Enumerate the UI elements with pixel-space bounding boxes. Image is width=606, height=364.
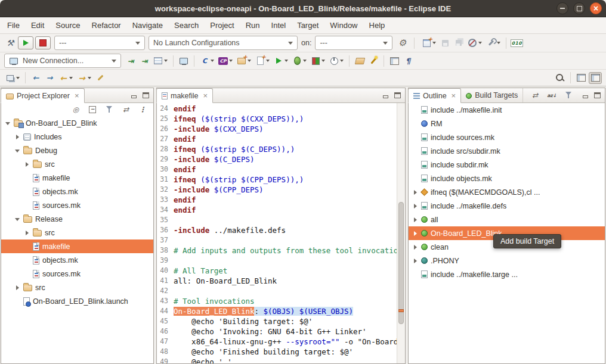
expand-arrow-icon[interactable]: [412, 244, 418, 250]
editor-line-26[interactable]: 26-include $(CXX_DEPS): [157, 124, 397, 134]
editor-line-25[interactable]: 25ifneq ($(strip $(CXX_DEPS)),): [157, 114, 397, 124]
maximize-panel-icon[interactable]: [394, 92, 401, 98]
editor-line-46[interactable]: 46 @echo 'Invoking: GNU 64-bit G++ Linke…: [157, 326, 397, 337]
outline-item-include-subdir-mk[interactable]: include subdir.mk: [409, 158, 605, 172]
cpp-perspective-button[interactable]: [589, 72, 602, 84]
import-folder-button[interactable]: [354, 55, 366, 66]
outline-item-include-makefile-defs[interactable]: include ../makefile.defs: [409, 199, 605, 213]
show-whitespace-button[interactable]: [402, 55, 414, 66]
expand-arrow-icon[interactable]: [14, 134, 20, 140]
editor-line-34[interactable]: 34endif: [157, 205, 397, 215]
editor-line-37[interactable]: 37: [157, 235, 397, 245]
menu-item-refactor[interactable]: Refactor: [92, 21, 121, 30]
menu-item-target[interactable]: Target: [297, 21, 319, 30]
tree-item-debug[interactable]: Debug: [1, 144, 153, 157]
filter-icon[interactable]: [103, 104, 115, 115]
editor-line-32[interactable]: 32-include $(CPP_DEPS): [157, 185, 397, 195]
expand-arrow-icon[interactable]: [14, 148, 20, 154]
close-icon[interactable]: ×: [75, 92, 79, 99]
outline-item-include-makefile-targe[interactable]: include ../makefile.targe ...: [409, 267, 605, 281]
expand-arrow-icon[interactable]: [24, 230, 30, 236]
minimize-panel-icon[interactable]: [582, 92, 589, 98]
outline-item-include-sources-mk[interactable]: include sources.mk: [409, 130, 605, 144]
editor-line-49[interactable]: 49 @echo ' ': [157, 357, 397, 363]
menu-item-run[interactable]: Run: [246, 21, 260, 30]
editor-line-44[interactable]: 44On-Board_LED_Blink: $(OBJS) $(USER_OBJ…: [157, 306, 397, 316]
editor-line-35[interactable]: 35: [157, 215, 397, 225]
expand-arrow-icon[interactable]: [24, 161, 30, 167]
tree-item-includes[interactable]: Includes: [1, 130, 153, 144]
window-views-button[interactable]: [4, 73, 21, 83]
menu-item-file[interactable]: File: [7, 21, 20, 30]
binary-view-button[interactable]: [511, 38, 522, 48]
tree-item-src[interactable]: src: [1, 281, 153, 294]
debug-button[interactable]: [291, 55, 308, 66]
tree-item-src[interactable]: src: [1, 157, 153, 171]
tab-project-explorer[interactable]: Project Explorer ×: [1, 88, 85, 103]
expand-arrow-icon[interactable]: [14, 285, 20, 291]
terminate-button[interactable]: [35, 36, 51, 49]
maximize-panel-icon[interactable]: [594, 92, 601, 98]
view-grid-button[interactable]: [152, 55, 169, 66]
tree-item-sources-mk[interactable]: sources.mk: [1, 267, 153, 281]
editor-line-24[interactable]: 24endif: [157, 104, 397, 114]
menu-item-window[interactable]: Window: [330, 21, 357, 30]
connection-combo[interactable]: New Connection...: [4, 54, 121, 68]
editor-line-31[interactable]: 31ifneq ($(strip $(CPP_DEPS)),): [157, 175, 397, 185]
editor-line-42[interactable]: 42: [157, 286, 397, 296]
tree-item-makefile[interactable]: makefile: [1, 171, 153, 185]
run-menu-button[interactable]: [273, 55, 289, 66]
skip-breakpoints-button[interactable]: [466, 38, 483, 48]
expand-arrow-icon[interactable]: [412, 203, 418, 209]
new-file-button[interactable]: [254, 55, 271, 66]
tree-item-sources-mk[interactable]: sources.mk: [1, 198, 153, 212]
step-over-button[interactable]: [138, 55, 150, 66]
open-perspective-button[interactable]: [575, 73, 587, 83]
maximize-button[interactable]: [573, 2, 585, 14]
outline-item-phony[interactable]: .PHONY: [409, 254, 605, 267]
editor-line-48[interactable]: 48 @echo 'Finished building target: $@': [157, 347, 397, 357]
editor-body[interactable]: 24endif25ifneq ($(strip $(CXX_DEPS)),)26…: [157, 103, 405, 363]
next-edit-button[interactable]: [44, 73, 55, 83]
menu-item-source[interactable]: Source: [55, 21, 80, 30]
tree-item-objects-mk[interactable]: objects.mk: [1, 253, 153, 267]
profile-button[interactable]: [328, 55, 345, 66]
title-bar[interactable]: workspace-eclipse-oneapi - On-Board_LED_…: [0, 0, 606, 17]
new-wizard-button[interactable]: [421, 38, 437, 48]
minimize-button[interactable]: [556, 2, 568, 14]
link-with-editor-icon[interactable]: [120, 104, 132, 115]
tree-item-makefile[interactable]: makefile: [1, 239, 153, 253]
menu-item-help[interactable]: Help: [369, 21, 385, 30]
previous-edit-button[interactable]: [30, 73, 42, 83]
remote-terminal-button[interactable]: [178, 55, 190, 66]
outline-item-ifneq-makecmdgoals-cl[interactable]: ifneq ($(MAKECMDGOALS),cl ...: [409, 185, 605, 199]
tree-item-objects-mk[interactable]: objects.mk: [1, 185, 153, 198]
sort-icon[interactable]: [546, 90, 558, 101]
outline-item-include-objects-mk[interactable]: include objects.mk: [409, 172, 605, 185]
editor-line-36[interactable]: 36-include ../makefile.defs: [157, 225, 397, 235]
search-icon[interactable]: [554, 73, 566, 83]
close-icon[interactable]: ×: [203, 92, 208, 99]
external-tools-button[interactable]: [485, 38, 502, 48]
editor-line-38[interactable]: 38# Add inputs and outputs from these to…: [157, 245, 397, 256]
maximize-panel-icon[interactable]: [143, 92, 149, 98]
editor-line-39[interactable]: 39: [157, 256, 397, 266]
expand-arrow-icon[interactable]: [412, 189, 418, 195]
outline-item-include-src-subdir-mk[interactable]: include src/subdir.mk: [409, 144, 605, 158]
tab-makefile[interactable]: makefile ×: [156, 88, 213, 103]
external-search-button[interactable]: [367, 55, 379, 66]
menu-item-intel[interactable]: Intel: [271, 21, 286, 30]
editor-line-29[interactable]: 29-include $(C_DEPS): [157, 154, 397, 164]
expand-arrow-icon[interactable]: [412, 231, 418, 237]
tab-outline[interactable]: Outline ×: [408, 88, 461, 103]
expand-arrow-icon[interactable]: [412, 258, 418, 264]
close-button[interactable]: [590, 2, 602, 14]
launch-config-combo[interactable]: No Launch Configurations: [149, 36, 298, 50]
editor-layout-button[interactable]: [388, 55, 400, 66]
save-all-button[interactable]: [453, 38, 465, 48]
view-menu-icon[interactable]: [137, 104, 149, 115]
editor-line-33[interactable]: 33endif: [157, 195, 397, 205]
editor-scrollbar[interactable]: [397, 103, 405, 363]
tree-item-release[interactable]: Release: [1, 212, 153, 226]
editor-line-47[interactable]: 47 x86_64-linux-gnu-g++ --sysroot="" -o …: [157, 337, 397, 347]
